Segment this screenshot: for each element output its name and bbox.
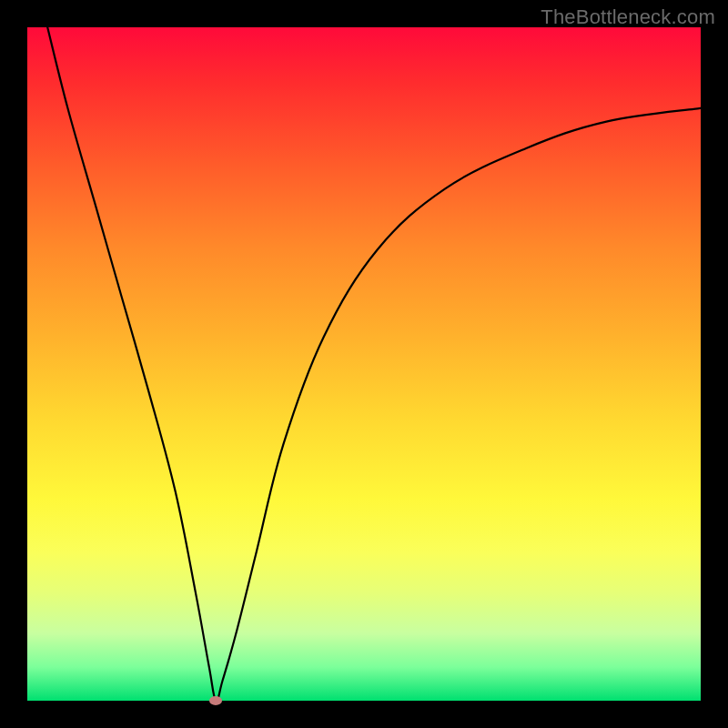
chart-frame: TheBottleneck.com [0, 0, 728, 728]
min-marker [209, 696, 222, 705]
plot-area [27, 27, 701, 701]
watermark-text: TheBottleneck.com [541, 5, 715, 29]
bottleneck-curve [27, 27, 701, 701]
